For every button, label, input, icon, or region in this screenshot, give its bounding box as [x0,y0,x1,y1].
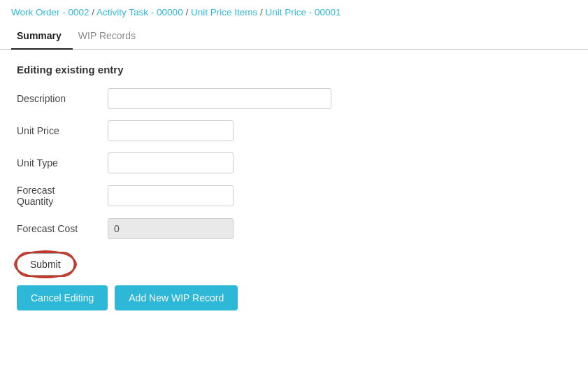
field-unit-price: Unit Price [17,120,571,141]
input-unit-price[interactable] [108,120,234,141]
breadcrumb-activity-task[interactable]: Activity Task - 00000 [96,7,183,17]
breadcrumb-sep-2: / [185,7,191,17]
breadcrumb: Work Order - 0002 / Activity Task - 0000… [0,0,588,23]
label-forecast-cost: Forecast Cost [17,223,108,234]
tab-summary[interactable]: Summary [11,24,73,50]
form-title: Editing existing entry [17,64,571,76]
breadcrumb-work-order[interactable]: Work Order - 0002 [11,7,89,17]
field-unit-type: Unit Type [17,152,571,173]
cancel-editing-button[interactable]: Cancel Editing [17,285,108,310]
submit-row: Submit [17,253,571,276]
input-unit-type[interactable] [108,152,234,173]
input-forecast-cost [108,218,234,239]
content-area: Editing existing entry Description Unit … [0,50,588,324]
field-forecast-quantity: ForecastQuantity [17,185,571,207]
field-forecast-cost: Forecast Cost [17,218,571,239]
breadcrumb-unit-price[interactable]: Unit Price - 00001 [265,7,340,17]
label-description: Description [17,93,108,104]
action-buttons: Cancel Editing Add New WIP Record [17,285,571,310]
tab-bar: Summary WIP Records [0,24,588,50]
submit-button[interactable]: Submit [17,253,74,276]
input-forecast-quantity[interactable] [108,185,234,206]
label-unit-type: Unit Type [17,157,108,169]
label-forecast-quantity: ForecastQuantity [17,185,108,207]
breadcrumb-unit-price-items[interactable]: Unit Price Items [191,7,257,17]
label-unit-price: Unit Price [17,125,108,136]
tab-wip-records[interactable]: WIP Records [73,24,147,50]
input-description[interactable] [108,88,331,109]
add-wip-record-button[interactable]: Add New WIP Record [115,285,238,310]
field-description: Description [17,88,571,109]
